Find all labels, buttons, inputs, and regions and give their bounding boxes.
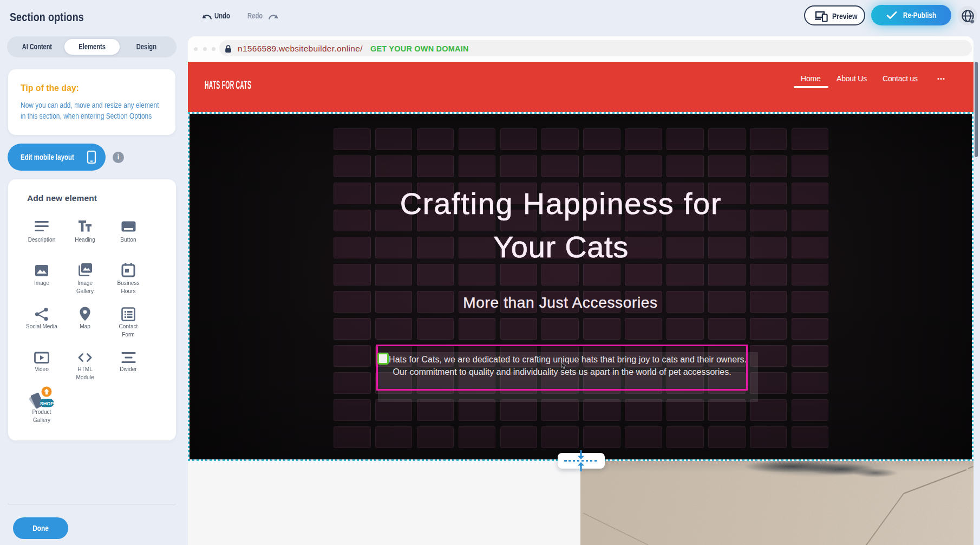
svg-text:SHOP: SHOP bbox=[40, 401, 54, 406]
